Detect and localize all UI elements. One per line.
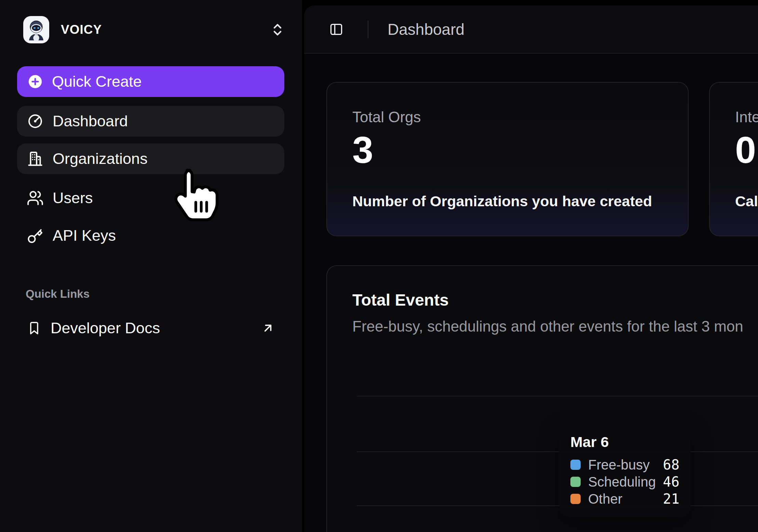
main-panel: Dashboard Total Orgs 3 Number of Organiz… xyxy=(304,5,758,532)
brand-robot-avatar xyxy=(23,16,49,43)
sidebar-item-label: Dashboard xyxy=(53,112,128,130)
sidebar-item-dashboard[interactable]: Dashboard xyxy=(17,106,284,137)
tooltip-row-other: Other 21 xyxy=(570,490,679,507)
quick-links-header: Quick Links xyxy=(26,288,90,300)
events-card-title: Total Events xyxy=(352,291,449,309)
scheduling-swatch xyxy=(570,477,581,487)
quick-create-button[interactable]: Quick Create xyxy=(17,66,284,97)
tooltip-label: Scheduling xyxy=(588,474,656,490)
sidebar-item-label: Users xyxy=(53,189,93,207)
gauge-icon xyxy=(27,113,44,130)
circle-plus-icon xyxy=(27,74,43,89)
total-events-card: Total Events Free-busy, schedulings and … xyxy=(326,265,758,532)
stat-card-total-orgs: Total Orgs 3 Number of Organizations you… xyxy=(326,82,689,236)
tooltip-row-scheduling: Scheduling 46 xyxy=(570,473,679,490)
stat-card-value: 0 xyxy=(735,131,758,169)
tooltip-value: 68 xyxy=(663,457,679,473)
tooltip-date: Mar 6 xyxy=(570,433,679,451)
stat-card-description: Number of Organizations you have created xyxy=(352,193,663,210)
tooltip-value: 46 xyxy=(663,474,679,490)
chart-gridline xyxy=(357,505,758,506)
sidebar: VOICY Quick Create xyxy=(0,0,302,532)
tooltip-row-free-busy: Free-busy 68 xyxy=(570,456,679,473)
stat-card-title: Inte xyxy=(735,109,758,126)
sidebar-item-label: API Keys xyxy=(53,227,116,244)
events-card-subtitle: Free-busy, schedulings and other events … xyxy=(352,318,743,335)
stat-card-title: Total Orgs xyxy=(352,109,663,126)
stat-card-integrations: Inte 0 Cale xyxy=(709,82,758,236)
sidebar-toggle-icon[interactable] xyxy=(329,22,344,37)
bookmark-icon xyxy=(27,321,42,336)
chevrons-up-down-icon[interactable] xyxy=(270,22,285,37)
users-icon xyxy=(27,190,44,207)
sidebar-item-api-keys[interactable]: API Keys xyxy=(17,220,284,251)
brand-name: VOICY xyxy=(61,23,102,37)
other-swatch xyxy=(570,494,581,504)
free-busy-swatch xyxy=(570,460,581,470)
chart-tooltip: Mar 6 Free-busy 68 Scheduling 46 Other 2… xyxy=(559,424,690,517)
topbar: Dashboard xyxy=(304,5,758,54)
sidebar-item-label: Organizations xyxy=(53,150,148,168)
developer-docs-link[interactable]: Developer Docs xyxy=(17,315,284,341)
app-window: VOICY Quick Create xyxy=(0,0,758,532)
quick-create-label: Quick Create xyxy=(52,73,142,90)
sidebar-item-organizations[interactable]: Organizations xyxy=(17,143,284,174)
developer-docs-label: Developer Docs xyxy=(51,319,160,337)
arrow-up-right-icon xyxy=(261,321,275,335)
tooltip-value: 21 xyxy=(663,491,679,507)
tooltip-label: Other xyxy=(588,491,622,507)
chart-gridline xyxy=(357,451,758,452)
page-title: Dashboard xyxy=(388,20,464,39)
topbar-divider xyxy=(368,20,368,38)
workspace-switcher[interactable]: VOICY xyxy=(23,16,285,44)
building-icon xyxy=(27,150,44,167)
stat-card-description: Cale xyxy=(735,193,758,210)
sidebar-item-users[interactable]: Users xyxy=(17,183,284,213)
tooltip-label: Free-busy xyxy=(588,457,650,473)
key-icon xyxy=(27,227,44,244)
chart-gridline xyxy=(357,396,758,396)
stat-card-value: 3 xyxy=(352,131,663,169)
